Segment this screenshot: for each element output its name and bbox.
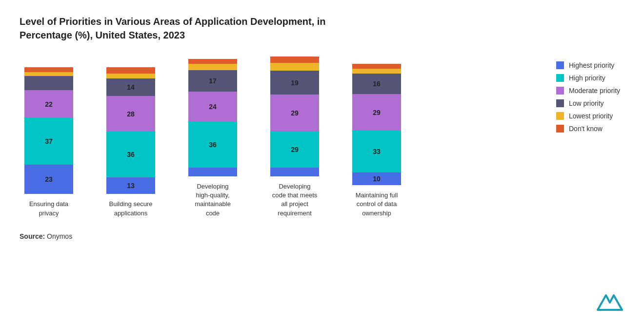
legend-label: High priority <box>569 74 605 82</box>
bar-segment-low <box>24 76 73 90</box>
legend-label: Don't know <box>569 125 603 133</box>
bar-segment-lowest <box>352 69 401 74</box>
bar-segment-lowest <box>270 63 319 71</box>
bar-group: 10332916Maintaining full control of data… <box>347 64 406 218</box>
legend-item: Highest priority <box>556 61 624 69</box>
bar-segment-moderate: 22 <box>24 90 73 118</box>
legend-item: Don't know <box>556 125 624 133</box>
source-label: Source: <box>20 232 45 240</box>
logo <box>595 293 624 314</box>
chart-area: 233722Ensuring data privacy13362814Build… <box>20 57 624 218</box>
legend-color-box <box>556 87 564 95</box>
legend-color-box <box>556 125 564 133</box>
legend-label: Highest priority <box>569 61 614 69</box>
bar-segment-dontknow <box>188 59 237 64</box>
bar: 362417 <box>188 59 237 176</box>
legend-item: High priority <box>556 74 624 82</box>
legend-item: Low priority <box>556 99 624 107</box>
legend-color-box <box>556 61 564 69</box>
bar-group: 292919Developing code that meets all pro… <box>265 57 324 218</box>
bar: 292919 <box>270 57 319 176</box>
bar-group: 233722Ensuring data privacy <box>20 67 78 217</box>
legend-section: Highest priorityHigh priorityModerate pr… <box>537 57 624 133</box>
bar-segment-low: 16 <box>352 74 401 94</box>
bar-segment-low: 19 <box>270 71 319 95</box>
bar-segment-dontknow <box>24 67 73 72</box>
bar-segment-highest: 13 <box>106 177 155 194</box>
legend-color-box <box>556 74 564 82</box>
source-row: Source: Onymos <box>20 232 624 240</box>
bars-section: 233722Ensuring data privacy13362814Build… <box>20 57 537 218</box>
bar-segment-highest: 10 <box>352 172 401 185</box>
legend-label: Moderate priority <box>569 87 620 95</box>
legend-color-box <box>556 99 564 107</box>
bar-segment-dontknow <box>352 64 401 69</box>
bar-segment-dontknow <box>106 67 155 74</box>
legend-label: Lowest priority <box>569 112 613 120</box>
bar-segment-high: 36 <box>188 122 237 168</box>
bar-label: Maintaining full control of data ownersh… <box>356 191 398 218</box>
legend-item: Lowest priority <box>556 112 624 120</box>
bar-segment-high: 37 <box>24 118 73 165</box>
bar-segment-dontknow <box>270 57 319 63</box>
bar-segment-highest: 23 <box>24 165 73 194</box>
bar-segment-low: 14 <box>106 78 155 96</box>
legend-item: Moderate priority <box>556 87 624 95</box>
bar-segment-moderate: 29 <box>352 94 401 131</box>
legend-color-box <box>556 112 564 120</box>
bar-segment-lowest <box>24 72 73 76</box>
bar-segment-highest <box>270 168 319 176</box>
bar-label: Ensuring data privacy <box>29 200 68 217</box>
bar-segment-low: 17 <box>188 70 237 92</box>
bar-segment-moderate: 29 <box>270 95 319 131</box>
bar-segment-high: 36 <box>106 132 155 177</box>
svg-marker-0 <box>598 295 622 310</box>
chart-title: Level of Priorities in Various Areas of … <box>20 15 361 42</box>
bar: 10332916 <box>352 64 401 185</box>
bar-segment-moderate: 28 <box>106 96 155 132</box>
source-name: Onymos <box>47 232 72 240</box>
bar-segment-high: 33 <box>352 131 401 172</box>
bar-segment-lowest <box>188 64 237 70</box>
bar-label: Developing code that meets all project r… <box>272 182 318 218</box>
bar: 13362814 <box>106 67 155 194</box>
bar-label: Building secure applications <box>109 200 153 217</box>
bar-segment-high: 29 <box>270 131 319 168</box>
bar-segment-highest <box>188 168 237 176</box>
bar-group: 13362814Building secure applications <box>101 67 160 217</box>
bar: 233722 <box>24 67 73 194</box>
legend-label: Low priority <box>569 99 604 107</box>
bar-group: 362417Developing high-quality, maintaina… <box>183 59 242 218</box>
bar-label: Developing high-quality, maintainable co… <box>195 182 231 218</box>
bar-segment-lowest <box>106 74 155 78</box>
bar-segment-moderate: 24 <box>188 92 237 122</box>
